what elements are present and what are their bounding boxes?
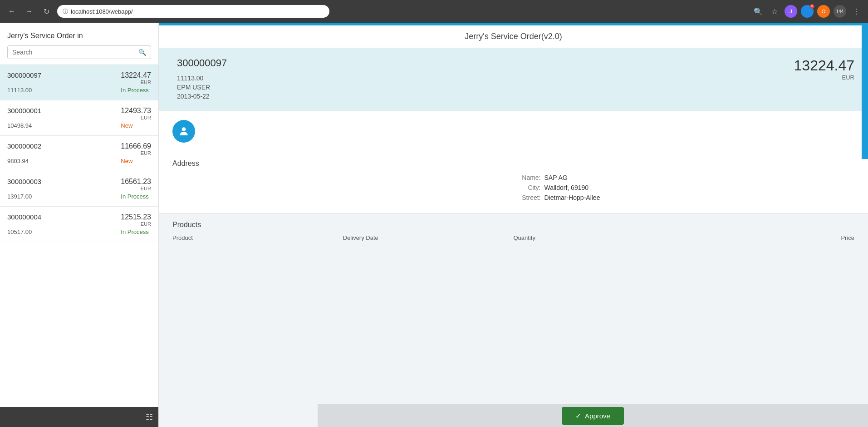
address-section: Address Name: SAP AG City: Walldorf, 691…	[159, 152, 868, 214]
status-badge: In Process	[121, 193, 151, 200]
search-icon[interactable]: 🔍	[752, 5, 765, 18]
svg-point-0	[182, 127, 186, 131]
hero-right: 13224.47 EUR	[794, 57, 854, 81]
item-currency: EUR	[121, 115, 151, 120]
products-table-header: Product Delivery Date Quantity Price	[172, 234, 854, 245]
street-value: Dietmar-Hopp-Allee	[544, 194, 600, 201]
user-name: EPM USER	[177, 84, 227, 91]
profile-avatar-1[interactable]: J	[785, 5, 797, 18]
products-section: Products Product Delivery Date Quantity …	[159, 214, 868, 427]
main-content: Jerry's Service Order(v2.0) 300000097 11…	[159, 23, 868, 427]
address-left	[172, 174, 514, 204]
sidebar-footer: ☷	[0, 407, 158, 427]
search-box[interactable]: 🔍	[7, 45, 151, 59]
browser-icons: 🔍 ☆ J ✕ O 144 ⋮	[752, 5, 863, 18]
person-section	[159, 111, 868, 152]
refresh-button[interactable]: ↻	[40, 5, 53, 18]
item-id: 300000001	[7, 107, 121, 120]
main-header: Jerry's Service Order(v2.0)	[159, 25, 868, 48]
item-amount-block: 16561.23 EUR	[121, 178, 151, 191]
status-badge: New	[121, 158, 151, 164]
check-icon: ✓	[575, 412, 581, 420]
sidebar-title: Jerry's Service Order in	[7, 32, 151, 40]
browser-chrome: ← → ↻ ⓘ localhost:1080/webapp/ 🔍 ☆ J ✕ O…	[0, 0, 868, 23]
sub-id: 11113.00	[177, 74, 227, 82]
app-title: Jerry's Service Order(v2.0)	[465, 32, 562, 41]
col-quantity: Quantity	[514, 234, 684, 241]
search-icon: 🔍	[138, 49, 146, 56]
status-badge: In Process	[121, 87, 151, 94]
item-id: 300000002	[7, 142, 121, 156]
item-currency: EUR	[121, 186, 151, 191]
address-right: Name: SAP AG City: Walldorf, 69190 Stree…	[514, 174, 855, 204]
item-amount-block: 12493.73 EUR	[121, 107, 151, 120]
bookmark-icon[interactable]: ☆	[768, 5, 781, 18]
approve-button[interactable]: ✓ Approve	[562, 407, 624, 425]
status-badge: New	[121, 122, 151, 129]
col-price: Price	[684, 234, 854, 241]
order-amount: 13224.47	[794, 57, 854, 74]
url-text: localhost:1080/webapp/	[71, 8, 133, 15]
item-amount: 16561.23	[121, 178, 151, 186]
name-row: Name: SAP AG	[514, 174, 855, 181]
item-amount: 13224.47	[121, 71, 151, 79]
forward-button[interactable]: →	[23, 5, 35, 18]
city-row: City: Walldorf, 69190	[514, 184, 855, 191]
item-sub: 11113.00	[7, 87, 121, 94]
detail-hero: 300000097 11113.00 EPM USER 2013-05-22 1…	[159, 48, 868, 111]
approve-bar: ✓ Approve	[318, 404, 868, 427]
search-input[interactable]	[12, 49, 138, 56]
sidebar: Jerry's Service Order in 🔍 300000097 132…	[0, 23, 159, 427]
menu-icon[interactable]: ⋮	[850, 5, 863, 18]
item-sub: 10517.00	[7, 228, 121, 235]
item-currency: EUR	[121, 221, 151, 227]
item-id: 300000003	[7, 178, 121, 191]
address-grid: Name: SAP AG City: Walldorf, 69190 Stree…	[172, 174, 854, 204]
person-avatar-icon	[172, 120, 195, 143]
item-id: 300000004	[7, 213, 121, 227]
item-amount: 12493.73	[121, 107, 151, 115]
col-product: Product	[172, 234, 343, 241]
item-amount: 11666.69	[121, 142, 151, 150]
amount-currency: EUR	[794, 74, 854, 81]
list-icon[interactable]: ☷	[146, 412, 153, 422]
street-row: Street: Dietmar-Hopp-Allee	[514, 194, 855, 201]
address-bar[interactable]: ⓘ localhost:1080/webapp/	[57, 5, 329, 18]
list-item[interactable]: 300000001 12493.73 EUR 10498.94 New	[0, 100, 158, 136]
products-title: Products	[172, 221, 854, 229]
name-value: SAP AG	[544, 174, 568, 181]
item-amount-block: 13224.47 EUR	[121, 71, 151, 85]
blue-scroll-bar[interactable]	[862, 23, 868, 159]
item-amount-block: 11666.69 EUR	[121, 142, 151, 156]
item-currency: EUR	[121, 150, 151, 156]
item-currency: EUR	[121, 79, 151, 85]
status-badge: In Process	[121, 228, 151, 235]
list-item[interactable]: 300000004 12515.23 EUR 10517.00 In Proce…	[0, 207, 158, 242]
name-label: Name:	[514, 174, 541, 181]
list-item[interactable]: 300000003 16561.23 EUR 13917.00 In Proce…	[0, 171, 158, 207]
profile-avatar-2[interactable]: ✕	[801, 5, 814, 18]
sidebar-list: 300000097 13224.47 EUR 11113.00 In Proce…	[0, 65, 158, 407]
item-amount: 12515.23	[121, 213, 151, 221]
item-sub: 13917.00	[7, 193, 121, 200]
profile-avatar-3[interactable]: O	[817, 5, 830, 18]
street-label: Street:	[514, 194, 541, 201]
back-button[interactable]: ←	[5, 5, 18, 18]
col-delivery-date: Delivery Date	[343, 234, 514, 241]
item-sub: 9803.94	[7, 158, 121, 164]
address-title: Address	[172, 159, 854, 168]
city-value: Walldorf, 69190	[544, 184, 589, 191]
list-item[interactable]: 300000002 11666.69 EUR 9803.94 New	[0, 136, 158, 171]
notification-badge[interactable]: 144	[834, 5, 846, 18]
order-date: 2013-05-22	[177, 93, 227, 100]
item-id: 300000097	[7, 71, 121, 85]
approve-label: Approve	[585, 412, 610, 420]
item-sub: 10498.94	[7, 122, 121, 129]
list-item[interactable]: 300000097 13224.47 EUR 11113.00 In Proce…	[0, 65, 158, 100]
item-amount-block: 12515.23 EUR	[121, 213, 151, 227]
order-id: 300000097	[177, 57, 227, 69]
lock-icon: ⓘ	[63, 8, 68, 15]
sidebar-header: Jerry's Service Order in 🔍	[0, 23, 158, 65]
app-body: Jerry's Service Order in 🔍 300000097 132…	[0, 23, 868, 427]
hero-left: 300000097 11113.00 EPM USER 2013-05-22	[177, 57, 227, 102]
